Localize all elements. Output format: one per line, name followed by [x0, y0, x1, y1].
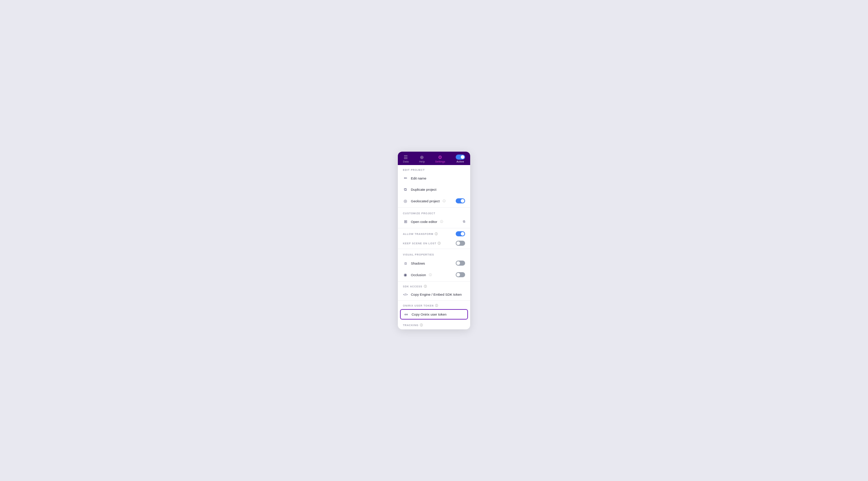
code-editor-info-icon[interactable]: ⓘ: [440, 220, 443, 224]
nav-data-label: Data: [403, 160, 409, 163]
keep-scene-info-icon[interactable]: ⓘ: [438, 241, 441, 245]
nav-item-active: Active: [456, 155, 465, 163]
occlusion-item: ◉ Occlusion ⓘ: [398, 269, 470, 280]
edit-name-item[interactable]: ✏ Edit name: [398, 173, 470, 184]
keep-scene-label: KEEP SCENE ON LOST ⓘ: [403, 241, 441, 245]
occlusion-text: Occlusion: [411, 273, 426, 277]
top-nav: ☰ Data ⊕ Help ⚙ Settings Active: [398, 152, 470, 165]
keep-scene-toggle[interactable]: [456, 241, 465, 246]
code-editor-text: Open code editor: [411, 220, 437, 224]
allow-transform-toggle[interactable]: [456, 231, 465, 236]
divider-2: [398, 228, 470, 228]
visual-properties-section-label: VISUAL PROPERTIES: [398, 250, 470, 257]
divider-4: [398, 281, 470, 282]
divider-1: [398, 207, 470, 208]
allow-transform-row: ALLOW TRANSFORM ⓘ: [398, 229, 470, 239]
geolocated-project-item: ◎ Geolocated project ⓘ: [398, 195, 470, 207]
edit-project-section-label: EDIT PROJECT: [398, 165, 470, 173]
external-link-icon[interactable]: ⧉: [463, 220, 465, 224]
help-icon: ⊕: [420, 155, 424, 160]
settings-icon: ⚙: [438, 155, 442, 160]
copy-onirix-token-text: Copy Onirix user token: [412, 312, 447, 316]
nav-item-settings[interactable]: ⚙ Settings: [435, 155, 445, 163]
settings-content: EDIT PROJECT ✏ Edit name ⧉ Duplicate pro…: [398, 165, 470, 329]
duplicate-icon: ⧉: [403, 187, 408, 192]
tracking-info-icon[interactable]: ⓘ: [420, 323, 423, 327]
occlusion-icon: ◉: [403, 273, 408, 277]
tracking-row: TRACKING ⓘ: [398, 320, 470, 329]
copy-engine-icon: </>: [403, 293, 408, 296]
duplicate-project-text: Duplicate project: [411, 187, 437, 191]
nav-help-label: Help: [419, 160, 425, 163]
sdk-access-row: SDK ACCESS ⓘ: [398, 282, 470, 289]
onirix-token-info-icon[interactable]: ⓘ: [435, 304, 438, 308]
sdk-access-label: SDK ACCESS ⓘ: [403, 284, 427, 288]
occlusion-toggle[interactable]: [456, 272, 465, 277]
divider-5: [398, 300, 470, 301]
code-editor-icon: ⊞: [403, 219, 408, 224]
duplicate-project-item[interactable]: ⧉ Duplicate project: [398, 184, 470, 195]
active-toggle[interactable]: [456, 155, 465, 160]
occlusion-info-icon[interactable]: ⓘ: [429, 273, 432, 277]
nav-item-help[interactable]: ⊕ Help: [419, 155, 425, 163]
allow-transform-info-icon[interactable]: ⓘ: [435, 232, 438, 236]
tracking-label: TRACKING ⓘ: [403, 323, 423, 327]
shadows-icon: ⧈: [403, 261, 408, 266]
shadows-item: ⧈ Shadows: [398, 257, 470, 269]
shadows-text: Shadows: [411, 261, 425, 265]
copy-engine-sdk-text: Copy Engine / Embed SDK token: [411, 292, 461, 296]
allow-transform-label: ALLOW TRANSFORM ⓘ: [403, 232, 438, 236]
nav-settings-label: Settings: [435, 160, 445, 163]
divider-3: [398, 249, 470, 249]
sdk-access-info-icon[interactable]: ⓘ: [424, 284, 427, 288]
onirix-token-label: ONIRIX USER TOKEN ⓘ: [403, 304, 438, 308]
edit-name-text: Edit name: [411, 176, 426, 180]
keep-scene-row: KEEP SCENE ON LOST ⓘ: [398, 239, 470, 248]
nav-item-data[interactable]: ☰ Data: [403, 155, 409, 163]
shadows-toggle[interactable]: [456, 261, 465, 266]
nav-active-label: Active: [456, 160, 464, 163]
onirix-token-section-row: ONIRIX USER TOKEN ⓘ: [398, 301, 470, 308]
settings-panel: ☰ Data ⊕ Help ⚙ Settings Active EDIT PRO…: [398, 152, 470, 329]
customize-project-section-label: CUSTOMIZE PROJECT: [398, 208, 470, 216]
data-icon: ☰: [404, 155, 408, 160]
copy-engine-sdk-item[interactable]: </> Copy Engine / Embed SDK token: [398, 289, 470, 300]
onirix-token-icon: ox: [404, 313, 409, 316]
geolocated-icon: ◎: [403, 199, 408, 203]
copy-onirix-token-item[interactable]: ox Copy Onirix user token: [400, 309, 468, 320]
geolocated-info-icon[interactable]: ⓘ: [443, 199, 446, 203]
geolocated-project-text: Geolocated project: [411, 199, 440, 203]
edit-name-icon: ✏: [403, 176, 408, 181]
geolocated-toggle[interactable]: [456, 198, 465, 203]
open-code-editor-item[interactable]: ⊞ Open code editor ⓘ ⧉: [398, 216, 470, 227]
